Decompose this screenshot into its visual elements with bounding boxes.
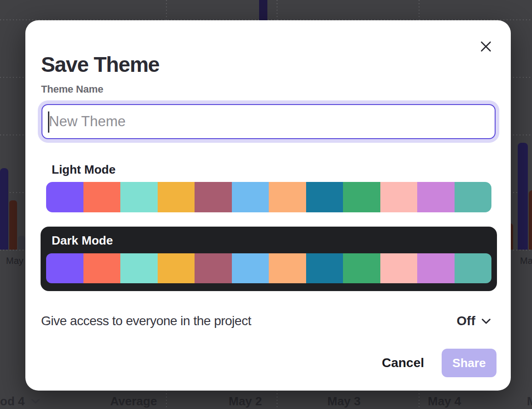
axis-label: Average (110, 394, 157, 408)
color-swatch (120, 182, 158, 212)
color-swatch (455, 253, 492, 283)
access-row: Give access to everyone in the project O… (41, 313, 500, 329)
color-swatch (232, 182, 269, 212)
close-button[interactable] (479, 40, 493, 53)
axis-label-text: Average (110, 394, 157, 408)
color-swatch (455, 182, 492, 212)
chevron-down-icon (31, 398, 40, 404)
share-button[interactable]: Share (442, 349, 497, 377)
chart-bar (18, 236, 25, 250)
axis-label: May 3 (327, 394, 361, 408)
color-swatch (232, 253, 269, 283)
chart-bar (518, 143, 528, 250)
color-swatch (195, 253, 232, 283)
axis-label-text: May 4 (428, 394, 461, 408)
cancel-button[interactable]: Cancel (382, 356, 424, 370)
color-swatch (269, 253, 306, 283)
color-swatch (83, 253, 121, 283)
axis-side-label: Ma (520, 256, 532, 266)
color-swatch (158, 253, 195, 283)
dark-mode-label: Dark Mode (52, 234, 113, 247)
save-theme-dialog: Save Theme Theme Name Light Mode Dark Mo… (25, 20, 511, 391)
color-swatch (83, 182, 121, 212)
color-swatch (343, 253, 380, 283)
axis-label: M (527, 394, 532, 408)
color-swatch (46, 182, 83, 212)
color-swatch (417, 253, 455, 283)
color-swatch (120, 253, 158, 283)
color-swatch (417, 182, 455, 212)
axis-side-label: May (6, 256, 24, 266)
color-swatch (380, 182, 418, 212)
light-mode-palette (46, 182, 491, 212)
color-swatch (306, 253, 343, 283)
theme-name-label: Theme Name (41, 83, 103, 95)
axis-label-text: od 4 (0, 394, 24, 408)
color-swatch (269, 182, 306, 212)
access-value: Off (457, 314, 475, 328)
axis-label-text: M (527, 394, 532, 408)
access-toggle-dropdown[interactable]: Off (457, 314, 491, 328)
color-swatch (380, 253, 418, 283)
chart-bar (9, 200, 17, 250)
axis-label: May 2 (229, 394, 262, 408)
dark-mode-card: Dark Mode (41, 227, 497, 291)
access-label: Give access to everyone in the project (41, 313, 251, 329)
axis-label-text: May 2 (229, 394, 262, 408)
theme-name-input[interactable] (41, 104, 496, 139)
axis-label: May 4 (428, 394, 461, 408)
color-swatch (306, 182, 343, 212)
color-swatch (343, 182, 380, 212)
light-mode-label: Light Mode (52, 163, 116, 176)
text-caret (48, 111, 49, 133)
color-swatch (195, 182, 232, 212)
chart-bar (529, 190, 532, 250)
chart-bar (0, 168, 8, 250)
period-dropdown[interactable]: od 4 (0, 394, 40, 408)
input-focus-ring (38, 100, 499, 143)
axis-label-text: May 3 (327, 394, 361, 408)
color-swatch (158, 182, 195, 212)
color-swatch (46, 253, 83, 283)
dark-mode-palette (46, 253, 491, 283)
dialog-footer: Cancel Share (382, 349, 497, 377)
close-icon (480, 41, 492, 53)
chevron-down-icon (481, 318, 491, 324)
chart-bar (259, 0, 267, 20)
dialog-title: Save Theme (41, 53, 159, 76)
